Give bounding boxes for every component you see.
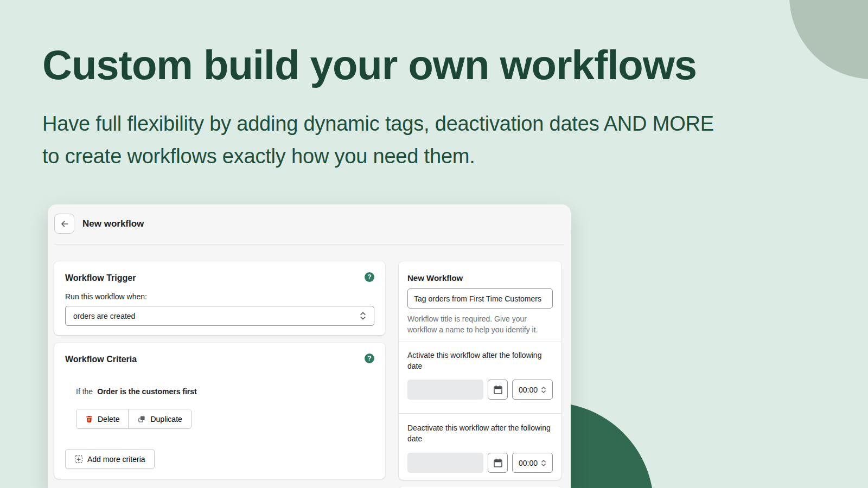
activate-date-row: 00:00 xyxy=(407,380,553,400)
workflow-criteria-card: Workflow Criteria ? If theOrder is the c… xyxy=(54,343,385,479)
hero-subtitle: Have full flexibility by adding dynamic … xyxy=(42,107,714,172)
sage-circle-decoration xyxy=(789,0,868,79)
stepper-chevrons-icon xyxy=(541,386,546,394)
add-more-criteria-label: Add more criteria xyxy=(87,455,145,464)
trigger-select-value: orders are created xyxy=(73,312,135,320)
deactivate-date-input[interactable] xyxy=(407,453,483,473)
activate-date-input[interactable] xyxy=(407,380,483,400)
duplicate-button-label: Duplicate xyxy=(150,415,182,423)
section-divider xyxy=(399,342,561,342)
activate-time-stepper[interactable]: 00:00 xyxy=(512,380,553,400)
app-window: New workflow Workflow Trigger ? Run this… xyxy=(48,204,571,488)
workflow-name-input[interactable] xyxy=(407,288,553,309)
activate-calendar-button[interactable] xyxy=(488,380,508,400)
deactivate-time-value: 00:00 xyxy=(519,459,538,467)
deactivate-calendar-button[interactable] xyxy=(488,453,508,473)
duplicate-icon xyxy=(137,415,146,423)
hero-title: Custom build your own workflows xyxy=(42,41,697,88)
delete-button-label: Delete xyxy=(98,415,119,423)
criteria-help-icon[interactable]: ? xyxy=(365,354,374,363)
workflow-trigger-card: Workflow Trigger ? Run this workflow whe… xyxy=(54,261,385,335)
hero-subtitle-line2: to create workflows exactly how you need… xyxy=(42,140,714,172)
activate-date-label: Activate this workflow after the followi… xyxy=(407,350,556,371)
select-chevrons-icon xyxy=(360,311,366,320)
hero-subtitle-line1: Have full flexibility by adding dynamic … xyxy=(42,107,714,140)
question-mark-glyph: ? xyxy=(367,355,371,362)
delete-button[interactable]: Delete xyxy=(76,409,128,428)
workflow-settings-card: New Workflow Workflow title is required.… xyxy=(399,261,561,480)
back-button[interactable] xyxy=(54,214,74,234)
condition-value: Order is the customers first xyxy=(97,387,197,396)
trash-icon xyxy=(85,415,93,423)
duplicate-button[interactable]: Duplicate xyxy=(128,409,190,428)
add-more-criteria-button[interactable]: Add more criteria xyxy=(65,449,155,469)
criteria-action-group: Delete Duplicate xyxy=(76,409,192,429)
activate-time-value: 00:00 xyxy=(519,386,538,394)
criteria-condition: If theOrder is the customers first xyxy=(76,387,197,396)
workflow-name-helper-text: Workflow title is required. Give your wo… xyxy=(407,313,555,335)
calendar-icon xyxy=(493,384,503,395)
deactivate-time-stepper[interactable]: 00:00 xyxy=(512,453,553,473)
page-title: New workflow xyxy=(82,219,144,229)
trigger-select[interactable]: orders are created xyxy=(65,306,374,326)
condition-prefix: If the xyxy=(76,387,93,396)
deactivate-date-label: Deactivate this workflow after the follo… xyxy=(407,422,556,444)
header-divider xyxy=(54,244,564,245)
trigger-card-title: Workflow Trigger xyxy=(65,273,136,283)
stepper-chevrons-icon xyxy=(541,459,546,467)
trigger-help-icon[interactable]: ? xyxy=(365,272,374,282)
deactivate-date-row: 00:00 xyxy=(407,453,553,473)
section-divider xyxy=(399,413,561,414)
settings-card-title: New Workflow xyxy=(407,273,463,282)
calendar-icon xyxy=(493,458,503,468)
add-dashed-icon xyxy=(74,455,83,464)
question-mark-glyph: ? xyxy=(367,273,371,281)
arrow-left-icon xyxy=(60,219,69,229)
trigger-label: Run this workflow when: xyxy=(65,292,147,301)
criteria-card-title: Workflow Criteria xyxy=(65,355,137,364)
